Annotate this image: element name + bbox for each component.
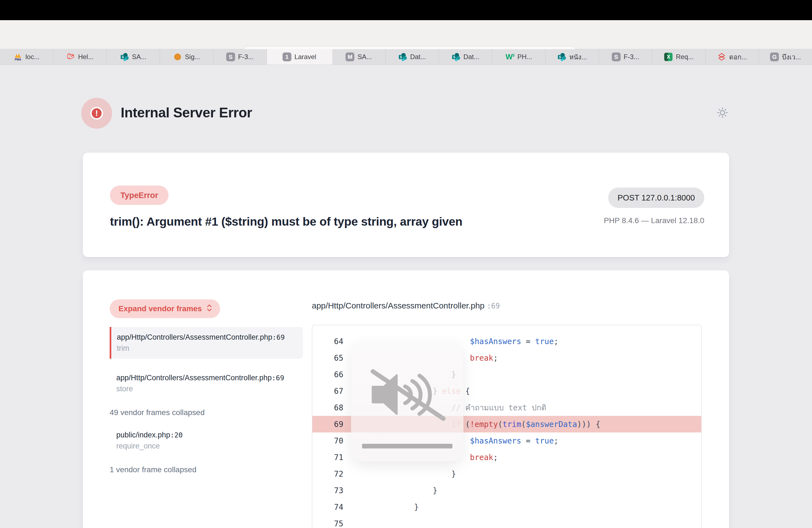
browser-tab-12[interactable]: S F-3... — [599, 49, 652, 64]
stack-frames-list: app/Http/Controllers/AssessmentControlle… — [110, 327, 303, 474]
request-badge: POST 127.0.0.1:8000 — [608, 188, 704, 208]
stack-frame-method: store — [116, 385, 296, 393]
line-number: 72 — [313, 469, 343, 479]
speaker-muted-icon — [368, 367, 447, 424]
error-summary-card: TypeError trim(): Argument #1 ($string) … — [83, 153, 729, 257]
sharepoint-favicon-icon: S — [120, 53, 129, 61]
code-file-path: app/Http/Controllers/AssessmentControlle… — [312, 301, 484, 310]
svg-text:S: S — [453, 55, 455, 59]
collapsed-frames-note[interactable]: 49 vendor frames collapsed — [110, 408, 303, 417]
browser-tab-9[interactable]: S Dat... — [439, 49, 492, 64]
line-number: 67 — [313, 386, 343, 396]
code-file-line: :69 — [487, 302, 500, 310]
screen: 127.0.0.1 Ax PMA loc... Hel... S SA... S… — [0, 0, 812, 528]
theme-toggle-button[interactable] — [716, 107, 729, 120]
expand-vendor-frames-label: Expand vendor frames — [118, 304, 202, 313]
browser-tab-10[interactable]: W3 PH... — [492, 49, 546, 64]
tab-label: SA... — [132, 53, 146, 61]
line-number: 70 — [313, 436, 343, 445]
badge-g-favicon-icon: G — [770, 53, 779, 61]
tab-label: Req... — [676, 53, 694, 61]
line-number: 68 — [313, 403, 343, 412]
line-number: 75 — [313, 519, 343, 528]
browser-tab-6[interactable]: 1 Laravel — [267, 49, 332, 64]
volume-level-bar — [362, 444, 452, 449]
browser-tab-3[interactable]: S SA... — [106, 49, 160, 64]
tab-label: Hel... — [78, 53, 93, 61]
browser-toolbar: 127.0.0.1 Ax — [0, 20, 812, 49]
line-number: 65 — [313, 353, 343, 363]
page-title: Internal Server Error — [121, 105, 252, 121]
code-line: 75 — [313, 515, 701, 528]
stack-frames-column: Expand vendor frames app/Http/Controller… — [110, 299, 303, 484]
svg-text:S: S — [559, 55, 561, 59]
volume-mute-hud — [351, 341, 463, 461]
tab-label: Dat... — [410, 53, 426, 61]
browser-tab-8[interactable]: S Dat... — [386, 49, 439, 64]
stack-frame[interactable]: app/Http/Controllers/AssessmentControlle… — [110, 327, 303, 359]
badge-s-favicon-icon: S — [612, 53, 621, 61]
sun-icon — [716, 115, 729, 120]
browser-tab-1[interactable]: PMA loc... — [0, 49, 53, 64]
line-number: 73 — [313, 486, 343, 495]
line-number: 71 — [313, 453, 343, 462]
pma-favicon-icon: PMA — [14, 53, 23, 61]
browser-tab-15[interactable]: G บึงเว... — [759, 49, 812, 64]
badge-m-favicon-icon: M — [346, 53, 354, 61]
badge-1-favicon-icon: 1 — [282, 53, 291, 61]
tab-bar: PMA loc... Hel... S SA... Sig... S F-3..… — [0, 49, 812, 65]
line-number: 69 — [313, 420, 343, 429]
orange-circle-favicon-icon — [173, 53, 182, 61]
code-text: } — [343, 503, 419, 512]
tab-label: ดอก... — [729, 52, 747, 62]
macos-menu-bar — [0, 0, 812, 20]
svg-text:S: S — [121, 55, 124, 59]
unfold-chevrons-icon — [206, 304, 213, 314]
code-line: 74 } — [313, 499, 701, 515]
browser-tab-13[interactable]: X Req... — [652, 49, 706, 64]
stack-frame-file: public/index.php:20 — [116, 431, 296, 439]
line-number: 66 — [313, 370, 343, 379]
tab-label: PH... — [517, 53, 532, 61]
collapsed-frames-note[interactable]: 1 vendor frame collapsed — [110, 465, 303, 474]
tab-label: Laravel — [294, 53, 316, 61]
stack-frame[interactable]: app/Http/Controllers/AssessmentControlle… — [110, 370, 303, 397]
stack-frame-file: app/Http/Controllers/AssessmentControlle… — [117, 333, 296, 342]
sharepoint-favicon-icon: S — [557, 53, 566, 61]
tab-label: บึงเว... — [782, 52, 801, 62]
sharepoint-favicon-icon: S — [452, 53, 460, 61]
browser-tab-14[interactable]: ดอก... — [706, 49, 759, 64]
browser-tab-5[interactable]: S F-3... — [214, 49, 267, 64]
stack-frame-file: app/Http/Controllers/AssessmentControlle… — [116, 373, 296, 382]
exception-type-badge: TypeError — [110, 186, 169, 205]
sharepoint-favicon-icon: S — [398, 53, 407, 61]
w3schools-favicon-icon: W3 — [505, 53, 514, 61]
environment-info: PHP 8.4.6 — Laravel 12.18.0 — [604, 216, 704, 225]
svg-text:S: S — [400, 55, 402, 59]
badge-s-favicon-icon: S — [226, 53, 235, 61]
tab-label: loc... — [25, 53, 40, 61]
tab-label: F-3... — [624, 53, 639, 61]
error-alert-icon: ! — [81, 98, 112, 129]
code-text: } — [343, 486, 437, 495]
line-number: 64 — [313, 337, 343, 346]
red-stack-favicon-icon — [717, 53, 726, 61]
tab-label: Sig... — [185, 53, 200, 61]
browser-tab-7[interactable]: M SA... — [332, 49, 386, 64]
tab-label: F-3... — [238, 53, 253, 61]
line-number: 74 — [313, 503, 343, 512]
laravel-favicon-icon — [66, 53, 75, 61]
stack-frame[interactable]: public/index.php:20 require_once — [110, 427, 303, 454]
stack-frame-method: require_once — [116, 442, 296, 450]
browser-tab-11[interactable]: S หนัง... — [546, 49, 599, 64]
browser-tab-4[interactable]: Sig... — [160, 49, 213, 64]
error-message: trim(): Argument #1 ($string) must be of… — [110, 215, 593, 229]
browser-tab-2[interactable]: Hel... — [53, 49, 106, 64]
tab-label: Dat... — [463, 53, 479, 61]
code-line: 73 } — [313, 482, 701, 499]
expand-vendor-frames-button[interactable]: Expand vendor frames — [110, 299, 220, 318]
tab-label: หนัง... — [569, 52, 587, 62]
exclamation-icon: ! — [90, 107, 103, 120]
code-text: } — [343, 469, 456, 479]
svg-text:PMA: PMA — [15, 58, 21, 61]
